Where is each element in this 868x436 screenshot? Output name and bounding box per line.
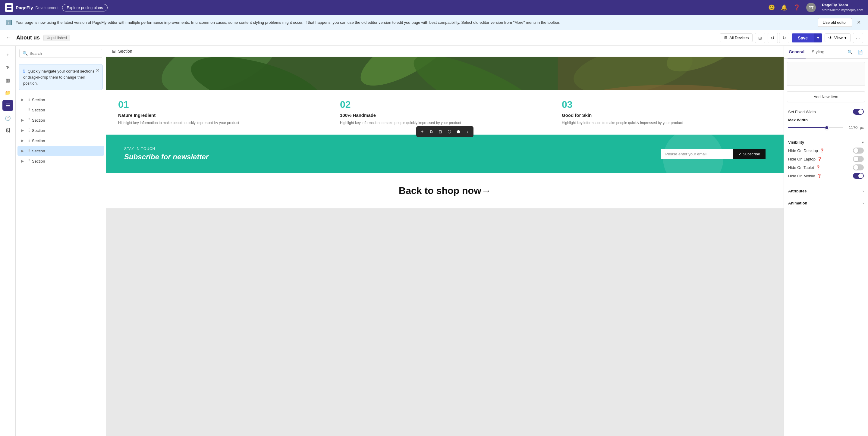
emoji-icon[interactable]: 🙂 bbox=[768, 4, 775, 11]
chevron-right-icon: › bbox=[863, 201, 864, 205]
hide-tablet-toggle[interactable] bbox=[853, 164, 864, 170]
svg-rect-1 bbox=[9, 5, 11, 7]
list-item[interactable]: ▶ ⠿ Section bbox=[18, 115, 104, 125]
user-info: PageFly Team stores-demo.myshopify.com bbox=[822, 3, 863, 12]
search-icon-button[interactable]: 🔍 bbox=[846, 48, 854, 56]
delete-button[interactable]: 🗑 bbox=[436, 127, 444, 136]
list-item[interactable]: ▶ ⠿ Section bbox=[18, 156, 104, 166]
hide-on-tablet-row: Hide On Tablet ❓ bbox=[788, 164, 864, 170]
hide-mobile-label: Hide On Mobile ❓ bbox=[788, 174, 822, 178]
sidebar-item-history[interactable]: 🕐 bbox=[2, 112, 13, 124]
help-icon[interactable]: ❓ bbox=[817, 174, 822, 178]
help-icon[interactable]: ❓ bbox=[816, 165, 820, 170]
settings-button[interactable]: ⬡ bbox=[445, 127, 454, 136]
undo-button[interactable]: ↺ bbox=[768, 33, 778, 43]
tooltip-info-icon: ℹ bbox=[23, 69, 25, 73]
sidebar-item-add[interactable]: ＋ bbox=[2, 49, 13, 60]
email-input[interactable] bbox=[661, 149, 733, 159]
feature-desc: Highlight key information to make people… bbox=[562, 120, 772, 126]
slider-track[interactable] bbox=[788, 127, 843, 128]
search-input[interactable] bbox=[30, 51, 99, 56]
chevron-down-icon: ▾ bbox=[862, 140, 864, 144]
list-item[interactable]: ▶ ⠿ Section bbox=[18, 95, 104, 104]
more-options-button[interactable]: ⋯ bbox=[853, 33, 863, 43]
newsletter-right: ✓ Subscribe bbox=[661, 149, 766, 159]
list-item[interactable]: ▶ ⠿ Section bbox=[18, 105, 104, 115]
avatar[interactable]: PT bbox=[806, 3, 816, 12]
features-section-wrap: 01 Nature Ingredient Highlight key infor… bbox=[106, 90, 784, 135]
list-item[interactable]: ▶ ⠿ Section bbox=[18, 146, 104, 156]
close-icon[interactable]: ✕ bbox=[856, 19, 862, 27]
hide-desktop-toggle[interactable] bbox=[853, 147, 864, 154]
drag-handle-icon[interactable]: ⠿ bbox=[27, 148, 30, 153]
help-icon[interactable]: ❓ bbox=[820, 148, 824, 153]
drag-handle-icon[interactable]: ⠿ bbox=[27, 97, 30, 102]
hide-on-mobile-row: Hide On Mobile ❓ bbox=[788, 173, 864, 179]
hide-mobile-toggle[interactable] bbox=[853, 173, 864, 179]
view-button[interactable]: 👁 View ▾ bbox=[825, 33, 850, 42]
sidebar-item-image[interactable]: 🖼 bbox=[2, 125, 13, 136]
visibility-section: Visibility ▾ Hide On Desktop ❓ Hide On L… bbox=[784, 136, 868, 185]
section-label: Section bbox=[32, 149, 45, 153]
sidebar-item-grid[interactable]: ▦ bbox=[2, 75, 13, 86]
bell-icon[interactable]: 🔔 bbox=[781, 4, 787, 11]
hide-tablet-text: Hide On Tablet bbox=[788, 165, 814, 170]
subscribe-button[interactable]: ✓ Subscribe bbox=[733, 149, 766, 159]
save-dropdown-button[interactable]: ▾ bbox=[814, 33, 822, 42]
set-fixed-width-section: Set Fixed Width Max Width 1170 px bbox=[784, 105, 868, 136]
right-panel-tabs: General Styling 🔍 📄 bbox=[784, 46, 868, 59]
status-badge: Unpublished bbox=[43, 35, 70, 41]
feature-desc: Highlight key information to make people… bbox=[340, 120, 550, 126]
fixed-width-toggle[interactable] bbox=[853, 109, 864, 115]
drag-handle-icon[interactable]: ⠿ bbox=[27, 107, 30, 112]
save-button[interactable]: Save bbox=[792, 33, 814, 42]
floating-toolbar: ＋ ⧉ 🗑 ⬡ ⬟ ↓ bbox=[416, 126, 473, 137]
sidebar-item-shop[interactable]: 🛍 bbox=[2, 62, 13, 73]
drag-handle-icon[interactable]: ⠿ bbox=[27, 128, 30, 133]
back-button[interactable]: ← bbox=[5, 33, 13, 42]
add-new-item-button[interactable]: Add New Item bbox=[787, 91, 865, 102]
list-item[interactable]: ▶ ⠿ Section bbox=[18, 126, 104, 135]
feature-item-1: 01 Nature Ingredient Highlight key infor… bbox=[118, 99, 328, 126]
max-width-label: Max Width bbox=[788, 118, 864, 122]
tab-styling[interactable]: Styling bbox=[810, 46, 826, 59]
feature-title: 100% Handmade bbox=[340, 112, 550, 118]
search-input-wrap: 🔍 bbox=[19, 49, 102, 58]
list-item[interactable]: ▶ ⠿ Section bbox=[18, 136, 104, 145]
use-old-editor-button[interactable]: Use old editor bbox=[818, 18, 852, 27]
explore-pricing-button[interactable]: Explore pricing plans bbox=[62, 4, 107, 11]
drag-handle-icon[interactable]: ⠿ bbox=[27, 159, 30, 164]
animation-section[interactable]: Animation › bbox=[784, 197, 868, 209]
redo-button[interactable]: ↻ bbox=[779, 33, 789, 43]
max-width-slider-row: 1170 px bbox=[788, 125, 864, 130]
view-label: View bbox=[834, 36, 843, 40]
grid-icon-button[interactable]: ⊞ bbox=[755, 33, 765, 43]
user-store: stores-demo.myshopify.com bbox=[822, 8, 863, 12]
section-label: Section bbox=[32, 159, 45, 164]
visibility-header[interactable]: Visibility ▾ bbox=[788, 140, 864, 144]
close-icon[interactable]: ✕ bbox=[96, 67, 99, 74]
duplicate-button[interactable]: ⧉ bbox=[427, 127, 435, 136]
attributes-section[interactable]: Attributes › bbox=[784, 185, 868, 197]
help-icon[interactable]: ❓ bbox=[817, 157, 822, 161]
hide-on-desktop-row: Hide On Desktop ❓ bbox=[788, 147, 864, 154]
add-element-button[interactable]: ＋ bbox=[418, 127, 427, 136]
hide-on-laptop-row: Hide On Laptop ❓ bbox=[788, 156, 864, 162]
search-icon: 🔍 bbox=[23, 51, 28, 56]
drag-handle-icon[interactable]: ⠿ bbox=[27, 118, 30, 123]
sidebar-item-layers[interactable]: ☰ bbox=[2, 100, 13, 111]
info-banner-text: Your page is now using the latest versio… bbox=[16, 20, 814, 26]
help-icon[interactable]: ❓ bbox=[794, 4, 800, 11]
download-button[interactable]: ↓ bbox=[463, 127, 472, 136]
tab-general[interactable]: General bbox=[787, 46, 806, 59]
sidebar-item-folder[interactable]: 📁 bbox=[2, 87, 13, 98]
document-icon-button[interactable]: 📄 bbox=[856, 48, 864, 56]
hide-laptop-toggle[interactable] bbox=[853, 156, 864, 162]
link-button[interactable]: ⬟ bbox=[454, 127, 463, 136]
canvas-content: 01 Nature Ingredient Highlight key infor… bbox=[106, 57, 784, 208]
svg-rect-2 bbox=[7, 8, 9, 10]
all-devices-button[interactable]: 🖥 All Devices bbox=[720, 33, 752, 42]
drag-handle-icon[interactable]: ⠿ bbox=[27, 138, 30, 143]
feature-number: 02 bbox=[340, 99, 550, 110]
chevron-right-icon: ▶ bbox=[21, 98, 25, 102]
